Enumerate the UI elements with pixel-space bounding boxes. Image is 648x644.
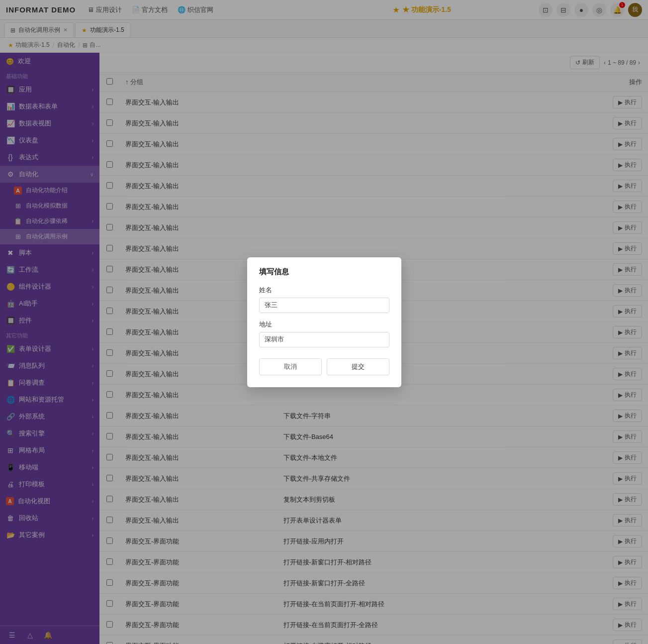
modal-actions: 取消 提交 — [259, 358, 389, 375]
name-input[interactable] — [259, 298, 389, 313]
address-label: 地址 — [259, 320, 389, 329]
modal-title: 填写信息 — [259, 267, 389, 277]
name-label: 姓名 — [259, 286, 389, 295]
submit-button[interactable]: 提交 — [327, 358, 389, 375]
cancel-button[interactable]: 取消 — [259, 358, 322, 375]
modal-dialog: 填写信息 姓名 地址 取消 提交 — [247, 257, 401, 387]
address-input[interactable] — [259, 332, 389, 347]
modal-overlay[interactable]: 填写信息 姓名 地址 取消 提交 — [0, 0, 648, 644]
